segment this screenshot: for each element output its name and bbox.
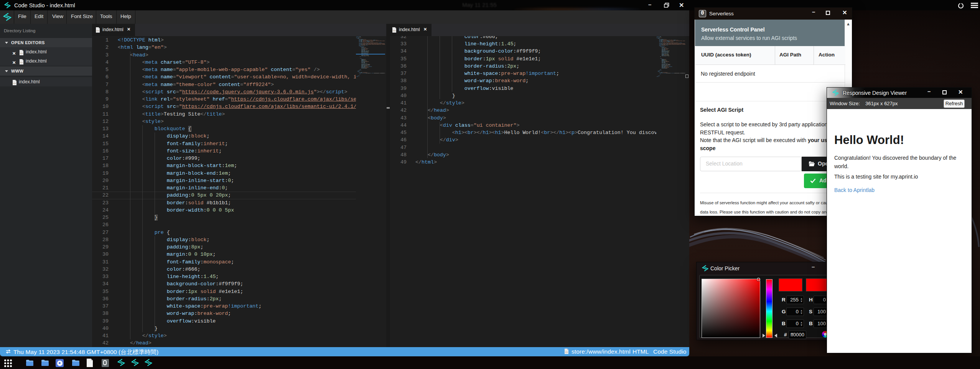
svg-text:<>: <> [20, 61, 23, 64]
svg-text:<>: <> [565, 351, 568, 353]
svg-text:<>: <> [96, 30, 99, 32]
svg-text:<>: <> [393, 30, 396, 32]
svg-text:<>: <> [13, 82, 16, 84]
svg-text:<>: <> [20, 52, 23, 55]
